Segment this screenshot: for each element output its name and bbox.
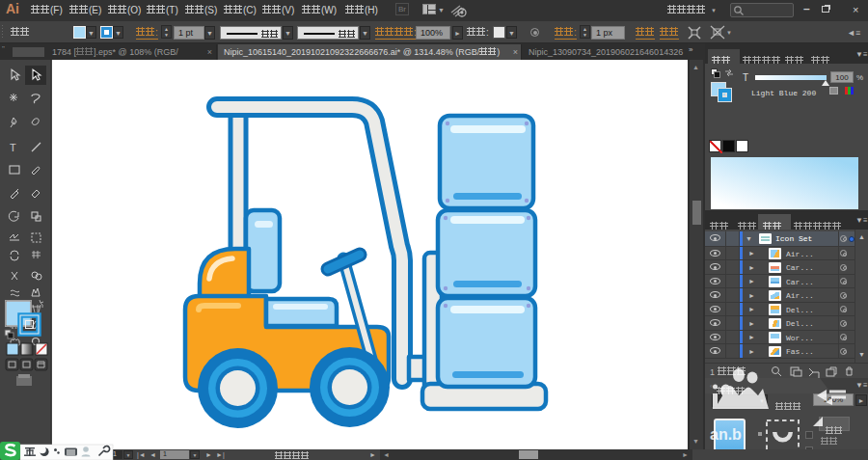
svg-text:T: T [10,142,16,153]
